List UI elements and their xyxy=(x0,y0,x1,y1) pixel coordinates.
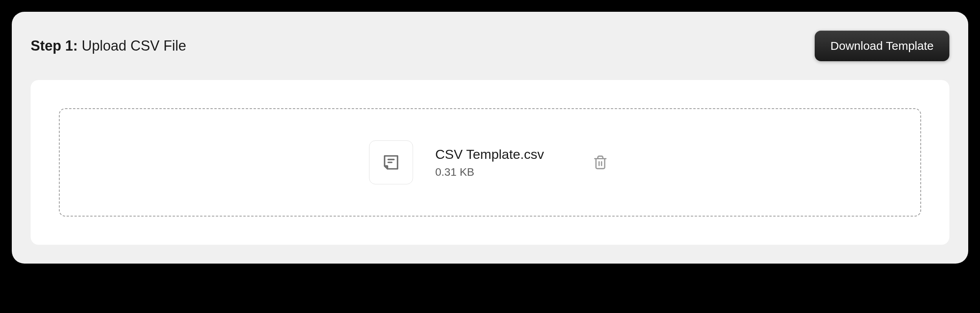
step-label: Upload CSV File xyxy=(82,38,186,54)
file-info: CSV Template.csv 0.31 KB xyxy=(435,147,544,178)
file-size: 0.31 KB xyxy=(435,166,544,178)
step-title: Step 1: Upload CSV File xyxy=(31,38,186,54)
step-prefix: Step 1: xyxy=(31,38,78,54)
upload-panel: CSV Template.csv 0.31 KB xyxy=(31,80,949,245)
trash-icon xyxy=(593,155,608,170)
download-template-button[interactable]: Download Template xyxy=(815,31,949,61)
file-dropzone[interactable]: CSV Template.csv 0.31 KB xyxy=(59,108,921,217)
delete-file-button[interactable] xyxy=(590,152,611,173)
card-header: Step 1: Upload CSV File Download Templat… xyxy=(31,31,949,61)
note-icon xyxy=(382,154,400,171)
file-name: CSV Template.csv xyxy=(435,147,544,162)
upload-step-card: Step 1: Upload CSV File Download Templat… xyxy=(12,12,968,264)
file-icon-container xyxy=(369,140,413,184)
